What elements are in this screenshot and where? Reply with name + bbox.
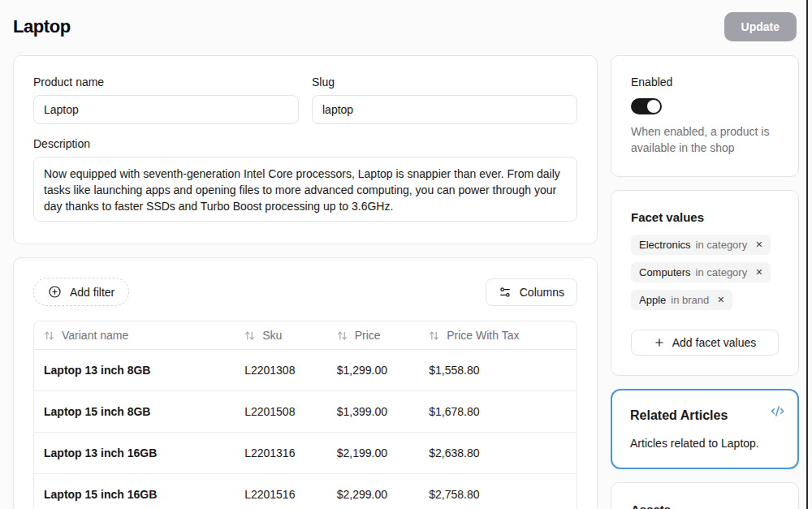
add-filter-button[interactable]: Add filter <box>33 278 129 306</box>
table-row[interactable]: Laptop 15 inch 8GB L2201508 $1,399.00 $1… <box>34 391 577 433</box>
price-with-tax-cell: $2,638.80 <box>419 433 577 474</box>
facet-chip-facet: in category <box>696 266 748 278</box>
add-facet-values-label: Add facet values <box>672 336 757 349</box>
slug-label: Slug <box>312 75 577 88</box>
facet-chip-value: Apple <box>639 294 666 306</box>
variant-name-cell: Laptop 13 inch 16GB <box>34 433 235 474</box>
plus-circle-icon <box>48 285 62 299</box>
sort-header-price[interactable]: Price <box>337 329 410 342</box>
enabled-description: When enabled, a product is available in … <box>631 124 779 157</box>
product-form-card: Product name Slug Description Now equipp… <box>13 55 598 244</box>
code-icon <box>771 404 784 418</box>
facet-chip-list: Electronics in category ✕ Computers in c… <box>631 235 779 317</box>
variant-name-cell: Laptop 13 inch 8GB <box>34 350 235 391</box>
columns-settings-icon <box>499 286 512 299</box>
columns-button[interactable]: Columns <box>486 278 577 306</box>
facet-values-title: Facet values <box>631 210 779 224</box>
add-filter-label: Add filter <box>70 286 114 299</box>
slug-field: Slug <box>312 75 577 124</box>
enabled-card: Enabled When enabled, a product is avail… <box>611 55 799 177</box>
product-name-input[interactable] <box>33 95 299 124</box>
variants-table: Variant name Sku Price Price With Tax La… <box>33 321 577 509</box>
price-cell: $2,199.00 <box>327 433 420 474</box>
related-articles-description: Articles related to Laptop. <box>630 437 780 450</box>
sort-header-price-with-tax[interactable]: Price With Tax <box>429 329 567 342</box>
sort-icon <box>44 330 54 341</box>
page-title: Laptop <box>13 16 71 37</box>
remove-facet-icon[interactable]: ✕ <box>717 295 724 304</box>
price-cell: $1,299.00 <box>327 350 420 391</box>
product-name-label: Product name <box>33 75 299 88</box>
facet-chip: Apple in brand ✕ <box>631 290 732 310</box>
facet-chip-facet: in brand <box>671 294 709 306</box>
table-header-row: Variant name Sku Price Price With Tax <box>34 321 577 350</box>
facet-chip: Computers in category ✕ <box>631 262 771 283</box>
sort-icon <box>337 330 348 341</box>
variants-card: Add filter Columns Variant name <box>13 257 598 509</box>
remove-facet-icon[interactable]: ✕ <box>755 268 762 277</box>
main-column: Product name Slug Description Now equipp… <box>13 55 598 509</box>
facet-chip-value: Computers <box>639 266 691 278</box>
plus-icon <box>654 337 665 348</box>
table-row[interactable]: Laptop 13 inch 8GB L2201308 $1,299.00 $1… <box>34 350 577 391</box>
product-detail-page: Laptop Update Product name Slug Descript… <box>0 0 812 509</box>
variants-toolbar: Add filter Columns <box>33 278 577 306</box>
description-input[interactable]: Now equipped with seventh-generation Int… <box>33 157 577 222</box>
table-row[interactable]: Laptop 13 inch 16GB L2201316 $2,199.00 $… <box>34 433 577 474</box>
sku-cell: L2201508 <box>235 391 327 433</box>
assets-card: Assets <box>611 482 799 509</box>
assets-title: Assets <box>631 503 779 509</box>
sort-icon <box>429 330 439 341</box>
columns-label: Columns <box>520 286 564 299</box>
sku-cell: L2201516 <box>235 474 327 509</box>
sort-header-sku[interactable]: Sku <box>244 329 317 342</box>
variant-name-cell: Laptop 15 inch 16GB <box>34 474 235 509</box>
sku-cell: L2201316 <box>235 433 327 474</box>
facet-chip: Electronics in category ✕ <box>631 235 771 255</box>
related-articles-title: Related Articles <box>630 408 780 423</box>
sort-header-variant-name[interactable]: Variant name <box>44 329 225 342</box>
sku-cell: L2201308 <box>235 350 327 391</box>
price-cell: $2,299.00 <box>327 474 420 509</box>
facet-values-card: Facet values Electronics in category ✕ C… <box>611 190 799 376</box>
facet-chip-value: Electronics <box>639 239 691 251</box>
price-with-tax-cell: $1,678.80 <box>419 391 577 433</box>
sort-icon <box>244 330 255 341</box>
scrollbar[interactable] <box>806 0 808 509</box>
update-button[interactable]: Update <box>724 12 797 41</box>
price-with-tax-cell: $2,758.80 <box>419 474 577 509</box>
enabled-toggle[interactable] <box>631 98 662 114</box>
table-row[interactable]: Laptop 15 inch 16GB L2201516 $2,299.00 $… <box>34 474 577 509</box>
price-cell: $1,399.00 <box>327 391 420 433</box>
product-name-field: Product name <box>33 75 299 124</box>
facet-chip-facet: in category <box>696 239 748 251</box>
price-with-tax-cell: $1,558.80 <box>419 350 577 391</box>
remove-facet-icon[interactable]: ✕ <box>755 240 762 249</box>
variant-name-cell: Laptop 15 inch 8GB <box>34 391 235 433</box>
description-field: Description Now equipped with seventh-ge… <box>33 137 577 224</box>
topbar: Laptop Update <box>0 0 812 42</box>
enabled-title: Enabled <box>631 75 779 88</box>
related-articles-card[interactable]: Related Articles Articles related to Lap… <box>611 389 799 469</box>
description-label: Description <box>33 137 577 150</box>
sidebar: Enabled When enabled, a product is avail… <box>611 55 799 509</box>
content-layout: Product name Slug Description Now equipp… <box>0 42 812 509</box>
name-slug-row: Product name Slug <box>33 75 577 124</box>
add-facet-values-button[interactable]: Add facet values <box>631 330 779 356</box>
slug-input[interactable] <box>312 95 577 124</box>
toggle-knob <box>647 100 660 113</box>
